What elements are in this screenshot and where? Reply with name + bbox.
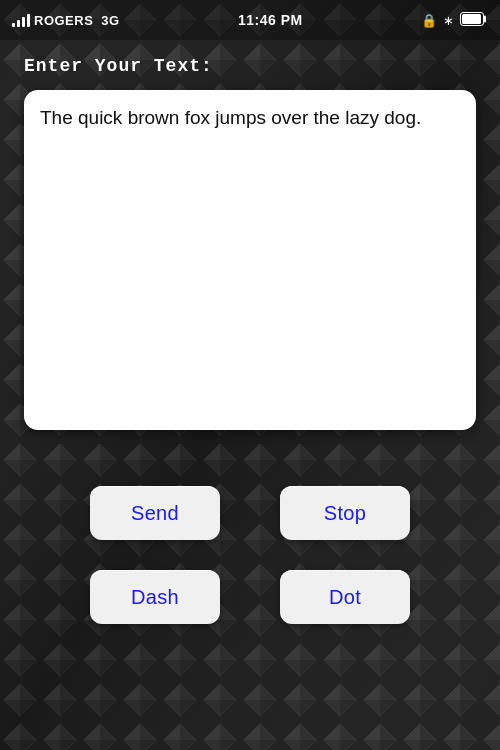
status-left: ROGERS 3G xyxy=(12,13,120,28)
status-time: 11:46 PM xyxy=(238,12,303,28)
signal-bar-1 xyxy=(12,23,15,27)
buttons-row-2: Dash Dot xyxy=(24,570,476,624)
dot-button[interactable]: Dot xyxy=(280,570,410,624)
section-label: Enter Your Text: xyxy=(24,56,476,76)
textarea-container xyxy=(24,90,476,430)
carrier-label: ROGERS xyxy=(34,13,93,28)
signal-bar-2 xyxy=(17,20,20,27)
svg-rect-8 xyxy=(462,14,481,24)
network-type: 3G xyxy=(101,13,119,28)
dash-button[interactable]: Dash xyxy=(90,570,220,624)
text-input[interactable] xyxy=(40,104,460,416)
buttons-section: Send Stop Dash Dot xyxy=(0,486,500,624)
bluetooth-icon: ∗ xyxy=(443,13,454,28)
status-bar: ROGERS 3G 11:46 PM 🔒 ∗ xyxy=(0,0,500,40)
stop-button[interactable]: Stop xyxy=(280,486,410,540)
lock-icon: 🔒 xyxy=(421,13,437,28)
signal-bar-4 xyxy=(27,14,30,27)
send-button[interactable]: Send xyxy=(90,486,220,540)
battery-icon xyxy=(460,12,488,29)
main-content: Enter Your Text: xyxy=(0,40,500,446)
status-right: 🔒 ∗ xyxy=(421,12,488,29)
buttons-row-1: Send Stop xyxy=(24,486,476,540)
signal-bars xyxy=(12,13,30,27)
signal-bar-3 xyxy=(22,17,25,27)
